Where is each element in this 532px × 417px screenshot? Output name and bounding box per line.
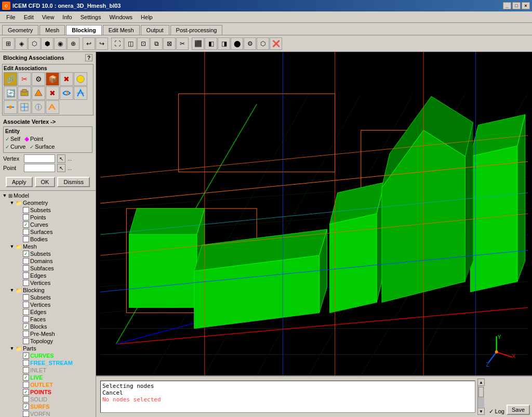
vertex-pick-btn[interactable]: ↖ xyxy=(57,154,65,163)
tool-btn-14[interactable]: ✂ xyxy=(176,37,189,50)
tool-btn-11[interactable]: ⊡ xyxy=(137,37,150,50)
assoc-icon-12[interactable] xyxy=(74,86,87,100)
entity-curve[interactable]: ✓ Curve xyxy=(5,144,25,150)
point-input[interactable] xyxy=(24,164,55,172)
assoc-icon-16[interactable] xyxy=(46,100,59,114)
tool-btn-16[interactable]: ◧ xyxy=(205,37,217,50)
tree-part-solid[interactable]: SOLID xyxy=(1,396,95,403)
vertex-dots[interactable]: ... xyxy=(68,156,72,162)
assoc-icon-13[interactable] xyxy=(4,100,17,114)
save-btn[interactable]: Save xyxy=(507,405,530,415)
tree-part-surfs[interactable]: ✓ SURFS xyxy=(1,403,95,410)
assoc-icon-9[interactable] xyxy=(32,86,45,100)
assoc-icon-4[interactable]: 📦 xyxy=(46,72,59,86)
tree-part-live[interactable]: ✓ LIVE xyxy=(1,374,95,381)
tree-mesh-domains[interactable]: Domains xyxy=(1,257,95,265)
tree-part-freestream[interactable]: FREE_STREAM xyxy=(1,359,95,367)
assoc-icon-1[interactable]: 🔗 xyxy=(4,72,17,86)
scroll-up-btn[interactable]: ▲ xyxy=(477,379,485,386)
tree-mesh-subsets[interactable]: ✓ Subsets xyxy=(1,250,95,257)
cb-block-subsets[interactable] xyxy=(23,294,29,301)
cb-mesh-edges[interactable] xyxy=(23,272,29,279)
tree-model[interactable]: ▼ ⊞ Model xyxy=(1,192,95,199)
tool-btn-9[interactable]: ⛶ xyxy=(111,37,124,50)
tree-block-subsets[interactable]: Subsets xyxy=(1,294,95,301)
cb-block-topology[interactable] xyxy=(23,338,29,344)
tab-post-processing[interactable]: Post-processing xyxy=(170,25,223,35)
tool-btn-19[interactable]: ⚙ xyxy=(244,37,256,50)
assoc-icon-8[interactable] xyxy=(18,86,31,100)
assoc-icon-7[interactable]: 🔄 xyxy=(4,86,17,100)
tree-part-inlet[interactable]: INLET xyxy=(1,367,95,374)
tree-block-vertices[interactable]: Vertices xyxy=(1,301,95,308)
cb-mesh-subsets[interactable]: ✓ xyxy=(23,251,29,257)
cb-part-inlet[interactable] xyxy=(23,367,29,373)
entity-surface[interactable]: ✓ Surface xyxy=(30,144,55,150)
cb-mesh-subfaces[interactable] xyxy=(23,265,29,271)
tool-btn-20[interactable]: ⬡ xyxy=(257,37,269,50)
tree-block-premesh[interactable]: Pre-Mesh xyxy=(1,330,95,337)
assoc-icon-14[interactable] xyxy=(18,100,31,114)
assoc-icon-3[interactable]: ⚙ xyxy=(32,72,45,86)
menu-settings[interactable]: Settings xyxy=(76,13,105,21)
menu-edit[interactable]: Edit xyxy=(20,13,38,21)
ok-btn[interactable]: OK xyxy=(35,177,56,187)
cb-part-curves[interactable]: ✓ xyxy=(23,353,29,359)
tool-btn-2[interactable]: ◈ xyxy=(15,37,28,50)
assoc-icon-6[interactable]: ⚡ xyxy=(74,72,87,86)
cb-block-edges[interactable] xyxy=(23,309,29,315)
console-scrollbar[interactable]: ▲ ▼ xyxy=(477,379,485,415)
assoc-icon-11[interactable] xyxy=(60,86,73,100)
cb-geo-points[interactable] xyxy=(23,214,29,220)
tree-mesh-edges[interactable]: Edges xyxy=(1,272,95,279)
tree-geo-curves[interactable]: ✓ Curves xyxy=(1,221,95,228)
tool-btn-17[interactable]: ◨ xyxy=(218,37,230,50)
cb-mesh-domains[interactable] xyxy=(23,258,29,264)
tool-btn-7[interactable]: ↩ xyxy=(83,37,95,50)
tool-btn-6[interactable]: ⊕ xyxy=(67,37,79,50)
point-pick-btn[interactable]: ↖ xyxy=(57,164,65,172)
cb-block-premesh[interactable] xyxy=(23,331,29,337)
vertex-input[interactable] xyxy=(24,154,55,163)
cb-mesh-vertices[interactable] xyxy=(23,280,29,286)
tab-blocking[interactable]: Blocking xyxy=(66,25,101,35)
tree-geometry[interactable]: ▼ 📁 Geometry xyxy=(1,199,95,206)
tool-btn-4[interactable]: ⬢ xyxy=(41,37,54,50)
tree-geo-bodies[interactable]: Bodies xyxy=(1,236,95,243)
expand-parts[interactable]: ▼ xyxy=(8,346,16,351)
tab-edit-mesh[interactable]: Edit Mesh xyxy=(103,25,140,35)
menu-help[interactable]: Help xyxy=(137,13,157,21)
tool-btn-1[interactable]: ⊞ xyxy=(2,37,15,50)
tool-btn-21[interactable]: ❌ xyxy=(270,37,282,50)
cb-part-points[interactable]: ✓ xyxy=(23,389,29,395)
cb-part-live[interactable]: ✓ xyxy=(23,374,29,381)
tree-geo-surfaces[interactable]: Surfaces xyxy=(1,228,95,236)
menu-windows[interactable]: Windows xyxy=(105,13,137,21)
tree-geo-subsets[interactable]: Subsets xyxy=(1,206,95,214)
tab-geometry[interactable]: Geometry xyxy=(2,25,38,35)
maximize-btn[interactable]: □ xyxy=(512,2,521,9)
tool-btn-10[interactable]: ◫ xyxy=(124,37,137,50)
cb-geo-curves[interactable]: ✓ xyxy=(23,221,29,228)
tool-btn-8[interactable]: ↪ xyxy=(96,37,108,50)
scroll-down-btn[interactable]: ▼ xyxy=(477,408,485,415)
cb-block-vertices[interactable] xyxy=(23,302,29,308)
tab-mesh[interactable]: Mesh xyxy=(39,25,65,35)
help-btn[interactable]: ? xyxy=(85,54,92,61)
menu-info[interactable]: Info xyxy=(58,13,76,21)
tree-part-vorfn[interactable]: VORFN xyxy=(1,410,95,417)
tree-geo-points[interactable]: Points xyxy=(1,214,95,221)
assoc-icon-2[interactable]: ✂ xyxy=(18,72,31,86)
menu-file[interactable]: File xyxy=(2,13,20,21)
expand-blocking[interactable]: ▼ xyxy=(8,288,16,293)
point-dots[interactable]: ... xyxy=(68,165,72,171)
tool-btn-5[interactable]: ◉ xyxy=(54,37,66,50)
tree-block-topology[interactable]: Topology xyxy=(1,337,95,345)
assoc-icon-5[interactable]: ✖ xyxy=(60,72,73,86)
tree-block-faces[interactable]: Faces xyxy=(1,316,95,323)
cb-part-surfs[interactable]: ✓ xyxy=(23,403,29,410)
tool-btn-18[interactable]: ⬤ xyxy=(231,37,243,50)
tool-btn-15[interactable]: ⬛ xyxy=(192,37,204,50)
tree-mesh[interactable]: ▼ 📁 Mesh xyxy=(1,243,95,250)
tree-mesh-subfaces[interactable]: Subfaces xyxy=(1,265,95,272)
